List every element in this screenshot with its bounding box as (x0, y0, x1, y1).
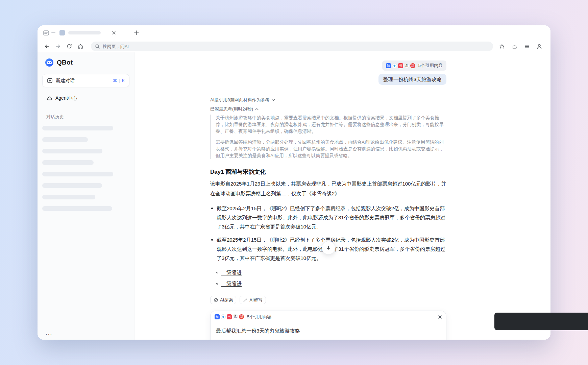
tab-close-icon[interactable] (109, 28, 118, 37)
agent-center-label: Agent中心 (55, 95, 77, 101)
source-icon-paw: 爪 (404, 63, 409, 68)
app-logo: QBot (45, 58, 134, 67)
bullet-dot (211, 208, 213, 209)
search-reference-toggle[interactable]: AI搜引用8篇网页材料作为参考 (210, 97, 446, 103)
tab-divider (126, 30, 126, 36)
magic-wand-icon (243, 298, 248, 302)
ai-explore-button[interactable]: AI探索 (210, 296, 236, 304)
sub-bullet-ring (216, 272, 218, 273)
sub-bullet-ring (216, 283, 218, 285)
tab-title-placeholder (68, 31, 101, 34)
thinking-paragraph: 关于杭州旅游攻略中的美食地点，需要查看搜索结果中的文档。根据提供的搜索结果，文档… (216, 115, 446, 135)
sub-bullet-link[interactable]: 二级缩进 (221, 269, 242, 276)
deep-think-toggle[interactable]: 已深度思考(用时24秒) (210, 106, 446, 112)
zhihu-icon: 知 (386, 63, 391, 68)
citation-close-icon[interactable] (438, 315, 442, 319)
history-item-skeleton (42, 183, 102, 188)
scroll-to-bottom-button[interactable] (322, 241, 335, 254)
browser-tab[interactable] (59, 28, 118, 37)
arrow-down-icon (326, 245, 331, 250)
ai-write-label: AI帮写 (249, 297, 262, 303)
composer-card: 知◆书爪新 5个引用内容 最后帮我汇总一份3天的穷鬼旅游攻略 (210, 311, 446, 340)
history-item-skeleton (42, 137, 88, 142)
thinking-block: 关于杭州旅游攻略中的美食地点，需要查看搜索结果中的文档。根据提供的搜索结果，文档… (210, 115, 446, 159)
tab-dash-icon (51, 32, 55, 33)
tab-list-icon[interactable] (43, 30, 49, 35)
desktop-background: QBot 新建对话 ⌘ K (0, 0, 588, 365)
shortcut-key: K (122, 78, 125, 83)
shortcut-divider (119, 79, 120, 83)
chevron-up-icon (255, 108, 259, 110)
back-button[interactable] (42, 42, 52, 51)
qbot-logo-icon (45, 58, 54, 67)
search-reference-label: AI搜引用8篇网页材料作为参考 (210, 97, 270, 103)
forward-button[interactable] (53, 42, 63, 51)
new-chat-shortcut: ⌘ K (113, 78, 125, 83)
address-bar[interactable] (91, 42, 493, 51)
search-input[interactable] (103, 44, 489, 49)
bookmark-star-icon[interactable] (497, 42, 507, 51)
chevron-down-icon (272, 99, 275, 101)
home-button[interactable] (76, 42, 85, 51)
menu-icon[interactable] (522, 42, 532, 51)
profile-avatar[interactable] (535, 42, 544, 51)
source-icon-red-circle: 新 (239, 314, 244, 319)
new-chat-button[interactable]: 新建对话 ⌘ K (42, 74, 129, 87)
sidebar-more-button[interactable]: ... (46, 330, 52, 336)
history-skeleton-list (42, 126, 134, 211)
browser-window: QBot 新建对话 ⌘ K (38, 25, 550, 340)
citation-favicons: 知◆书爪新 (386, 63, 415, 68)
history-item-skeleton (42, 195, 95, 199)
source-icon-red-square: 书 (398, 63, 403, 68)
compass-icon (214, 298, 218, 302)
history-section-label: 对话历史 (46, 114, 134, 120)
history-item-skeleton (42, 149, 102, 153)
answer-heading: Day1 西湖与宋韵文化 (210, 168, 446, 176)
app-logo-text: QBot (57, 59, 73, 66)
composer-citation-row[interactable]: 知◆书爪新 5个引用内容 (211, 311, 446, 323)
extensions-icon[interactable] (510, 42, 519, 51)
bullet-text: 截至2025年2月15日，《哪吒2》已经创下了多个票房纪录，包括观影人次突破2亿… (217, 204, 446, 231)
new-chat-label: 新建对话 (56, 78, 75, 84)
history-item-skeleton (42, 206, 112, 211)
new-tab-button[interactable] (132, 28, 141, 37)
tab-strip (38, 25, 550, 40)
refresh-button[interactable] (65, 42, 74, 51)
answer-actions: AI探索 AI帮写 (210, 296, 446, 304)
user-citation-pill[interactable]: 知◆书爪新 5个引用内容 (382, 60, 446, 71)
answer-sub-list: 二级缩进 二级缩进 (210, 265, 446, 287)
toolbar-right-icons (497, 42, 546, 51)
ai-write-button[interactable]: AI帮写 (240, 296, 266, 304)
shortcut-cmd: ⌘ (113, 78, 117, 83)
source-icon-red-square: 书 (227, 314, 232, 319)
zhihu-icon: 知 (215, 314, 220, 319)
sub-bullet-item: 二级缩进 (210, 281, 446, 287)
overlay-dark-panel (494, 313, 588, 330)
source-icon-red-circle: 新 (410, 63, 415, 68)
source-icon-blue-bird: ◆ (221, 314, 226, 319)
deep-think-label: 已深度思考(用时24秒) (210, 106, 253, 112)
search-icon (95, 44, 100, 49)
chat-main: 知◆书爪新 5个引用内容 整理一份杭州3天旅游攻略 AI搜引用8篇网页材料作为参… (134, 52, 550, 340)
bullet-dot (211, 239, 213, 241)
source-icon-blue-bird: ◆ (392, 63, 397, 68)
source-icon-paw: 爪 (233, 314, 238, 319)
history-item-skeleton (42, 172, 113, 176)
composer-citation-favicons: 知◆书爪新 (215, 314, 244, 319)
bullet-item: 截至2025年2月15日，《哪吒2》已经创下了多个票房纪录，包括观影人次突破2亿… (210, 204, 446, 231)
sub-bullet-link[interactable]: 二级缩进 (221, 281, 242, 287)
sidebar-item-agent-center[interactable]: Agent中心 (42, 94, 129, 103)
sub-bullet-item: 二级缩进 (210, 269, 446, 276)
tab-group-controls (43, 30, 55, 35)
history-item-skeleton (42, 160, 94, 165)
ai-explore-label: AI探索 (220, 297, 233, 303)
citation-count-label: 5个引用内容 (418, 63, 443, 69)
composer-input[interactable]: 最后帮我汇总一份3天的穷鬼旅游攻略 (211, 323, 446, 340)
new-chat-icon (47, 78, 53, 83)
cloud-icon (46, 95, 52, 101)
user-message-bubble: 整理一份杭州3天旅游攻略 (378, 74, 446, 85)
tab-favicon (59, 30, 65, 35)
sidebar: QBot 新建对话 ⌘ K (38, 52, 134, 340)
history-item-skeleton (42, 126, 113, 130)
browser-toolbar (38, 40, 550, 52)
